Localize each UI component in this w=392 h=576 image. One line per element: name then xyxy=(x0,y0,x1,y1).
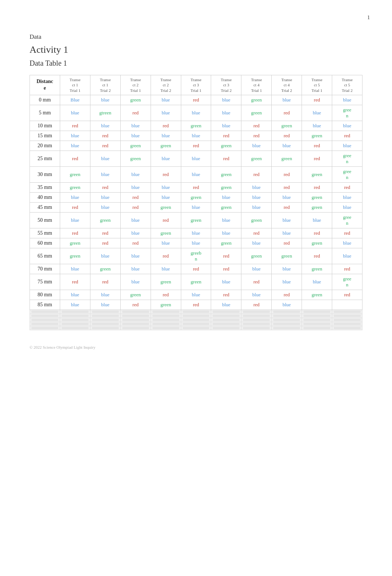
dist-cell-16: 80 mm xyxy=(30,290,60,300)
table-row-9: 45 mmredblueredgreenbluegreenblueredgree… xyxy=(30,202,362,212)
val-cell-7-6: blue xyxy=(241,182,272,192)
val-cell-2-5: blue xyxy=(211,121,241,131)
val-cell-1-7: red xyxy=(272,105,302,121)
val-cell-blurred-19-5 xyxy=(211,314,241,318)
val-cell-5-3: blue xyxy=(151,151,181,166)
val-cell-11-6: red xyxy=(241,228,272,238)
val-cell-14-0: blue xyxy=(60,264,90,274)
val-cell-13-9: blue xyxy=(332,248,362,264)
val-cell-1-9: green xyxy=(332,105,362,121)
val-cell-16-7: red xyxy=(272,290,302,300)
dist-cell-7: 35 mm xyxy=(30,182,60,192)
val-cell-7-4: red xyxy=(181,182,211,192)
val-cell-1-5: blue xyxy=(211,105,241,121)
val-cell-10-0: blue xyxy=(60,212,90,228)
col-header-2: Transect 1Trial 2 xyxy=(90,75,120,95)
val-cell-blurred-19-7 xyxy=(272,314,302,318)
val-cell-blurred-22-3 xyxy=(151,326,181,330)
val-cell-0-7: blue xyxy=(272,95,302,105)
val-cell-6-4: blue xyxy=(181,166,211,182)
table-row-0: 0 mmBluebluegreenblueredbluegreenbluered… xyxy=(30,95,362,105)
val-cell-14-8: green xyxy=(302,264,332,274)
val-cell-blurred-20-9 xyxy=(332,318,362,322)
val-cell-11-7: blue xyxy=(272,228,302,238)
val-cell-2-4: green xyxy=(181,121,211,131)
val-cell-2-0: red xyxy=(60,121,90,131)
val-cell-blurred-21-1 xyxy=(90,322,120,326)
val-cell-blurred-19-0 xyxy=(60,314,90,318)
val-cell-blurred-19-1 xyxy=(90,314,120,318)
val-cell-15-7: blue xyxy=(272,274,302,290)
val-cell-blurred-22-1 xyxy=(90,326,120,330)
val-cell-blurred-19-9 xyxy=(332,314,362,318)
val-cell-blurred-22-7 xyxy=(272,326,302,330)
val-cell-6-3: red xyxy=(151,166,181,182)
val-cell-16-3: red xyxy=(151,290,181,300)
val-cell-17-0: blue xyxy=(60,300,90,310)
val-cell-3-5: red xyxy=(211,131,241,141)
val-cell-12-9: blue xyxy=(332,238,362,248)
val-cell-blurred-20-7 xyxy=(272,318,302,322)
dist-cell-2: 10 mm xyxy=(30,121,60,131)
val-cell-11-3: green xyxy=(151,228,181,238)
val-cell-6-5: green xyxy=(211,166,241,182)
val-cell-17-9 xyxy=(332,300,362,310)
val-cell-16-1: blue xyxy=(90,290,120,300)
val-cell-0-4: red xyxy=(181,95,211,105)
val-cell-17-4: red xyxy=(181,300,211,310)
val-cell-15-5: blue xyxy=(211,274,241,290)
val-cell-4-4: red xyxy=(181,141,211,151)
val-cell-9-7: red xyxy=(272,202,302,212)
val-cell-11-8: red xyxy=(302,228,332,238)
val-cell-12-7: red xyxy=(272,238,302,248)
val-cell-2-1: blue xyxy=(90,121,120,131)
val-cell-2-7: green xyxy=(272,121,302,131)
col-header-10: Transect 5Trial 2 xyxy=(332,75,362,95)
table-title: Data Table 1 xyxy=(30,59,362,68)
val-cell-13-7: green xyxy=(272,248,302,264)
val-cell-5-8: red xyxy=(302,151,332,166)
val-cell-17-1: blue xyxy=(90,300,120,310)
data-table: DistanceTransect 1Trial 1Transect 1Trial… xyxy=(30,75,362,330)
val-cell-10-1: green xyxy=(90,212,120,228)
val-cell-10-6: green xyxy=(241,212,272,228)
val-cell-14-1: green xyxy=(90,264,120,274)
val-cell-13-5: red xyxy=(211,248,241,264)
table-row-13: 65 mmgreenblueblueredgreebnredgreengreen… xyxy=(30,248,362,264)
val-cell-blurred-20-5 xyxy=(211,318,241,322)
val-cell-blurred-22-9 xyxy=(332,326,362,330)
val-cell-blurred-21-2 xyxy=(120,322,151,326)
val-cell-1-6: green xyxy=(241,105,272,121)
val-cell-6-1: blue xyxy=(90,166,120,182)
val-cell-10-9: green xyxy=(332,212,362,228)
val-cell-13-3: red xyxy=(151,248,181,264)
val-cell-blurred-21-0 xyxy=(60,322,90,326)
val-cell-blurred-19-4 xyxy=(181,314,211,318)
val-cell-5-0: red xyxy=(60,151,90,166)
val-cell-13-4: greebn xyxy=(181,248,211,264)
val-cell-9-9: blue xyxy=(332,202,362,212)
col-header-6: Transect 3Trial 2 xyxy=(211,75,241,95)
val-cell-4-1: red xyxy=(90,141,120,151)
val-cell-5-5: red xyxy=(211,151,241,166)
val-cell-12-5: green xyxy=(211,238,241,248)
dist-cell-14: 70 mm xyxy=(30,264,60,274)
val-cell-17-7: blue xyxy=(272,300,302,310)
val-cell-11-9: red xyxy=(332,228,362,238)
dist-cell-6: 30 mm xyxy=(30,166,60,182)
val-cell-14-5: red xyxy=(211,264,241,274)
table-row-blurred-21 xyxy=(30,322,362,326)
val-cell-1-2: red xyxy=(120,105,151,121)
val-cell-16-0: blue xyxy=(60,290,90,300)
val-cell-7-9: red xyxy=(332,182,362,192)
val-cell-1-8: blue xyxy=(302,105,332,121)
dist-cell-blurred-22 xyxy=(30,326,60,330)
val-cell-12-4: blue xyxy=(181,238,211,248)
col-header-4: Transect 2Trial 2 xyxy=(151,75,181,95)
table-row-blurred-22 xyxy=(30,326,362,330)
dist-cell-1: 5 mm xyxy=(30,105,60,121)
val-cell-11-2: blue xyxy=(120,228,151,238)
val-cell-17-3: green xyxy=(151,300,181,310)
val-cell-blurred-20-4 xyxy=(181,318,211,322)
val-cell-8-4: green xyxy=(181,192,211,202)
